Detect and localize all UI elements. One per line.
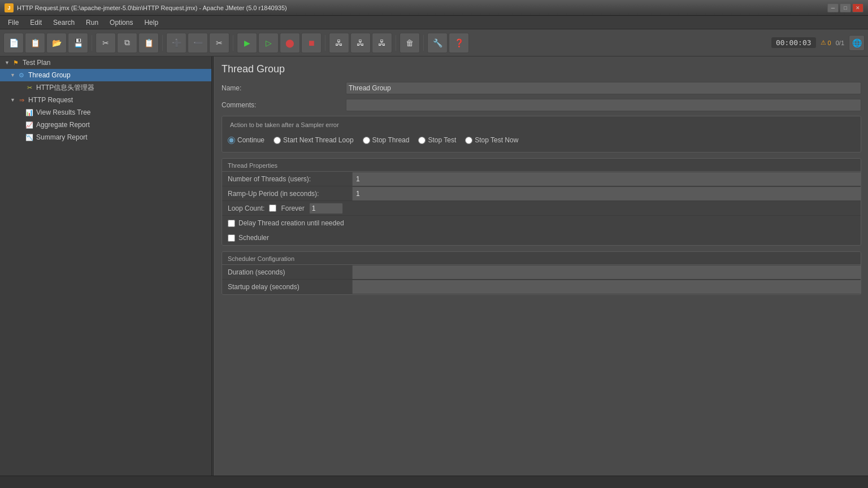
forever-label: Forever <box>281 204 304 212</box>
radio-continue[interactable]: Continue <box>228 136 264 144</box>
name-row: Name: <box>222 82 861 94</box>
scheduler-label: Scheduler <box>238 234 269 242</box>
tree-label-thread-group: Thread Group <box>28 71 71 79</box>
radio-stop-test-now-label: Stop Test Now <box>475 136 518 144</box>
warning-icon: ⚠ <box>821 39 826 46</box>
summary-icon: 📉 <box>25 133 34 142</box>
duration-input[interactable] <box>352 265 861 279</box>
delay-thread-checkbox[interactable] <box>228 220 235 227</box>
tree-label-http-header: HTTP信息头管理器 <box>36 83 94 93</box>
minimize-button[interactable]: ─ <box>827 3 839 12</box>
radio-stop-thread[interactable]: Stop Thread <box>363 136 410 144</box>
timer-display: 00:00:03 <box>771 37 816 48</box>
remote-exit-button[interactable]: 🖧 <box>372 33 392 53</box>
radio-stop-test-now[interactable]: Stop Test Now <box>465 136 518 144</box>
radio-start-next-input[interactable] <box>274 137 281 144</box>
testplan-icon: ⚑ <box>11 58 20 67</box>
tree-item-summary-report[interactable]: 📉 Summary Report <box>0 131 211 143</box>
loop-count-input[interactable] <box>309 203 343 214</box>
clear-button[interactable]: ✂ <box>209 33 229 53</box>
delay-thread-label: Delay Thread creation until needed <box>238 219 344 227</box>
startup-delay-input[interactable] <box>352 280 861 294</box>
comments-input[interactable] <box>346 99 861 111</box>
open-button[interactable]: 📂 <box>46 33 67 53</box>
comments-row: Comments: <box>222 99 861 111</box>
name-input[interactable] <box>346 82 861 94</box>
menu-options[interactable]: Options <box>104 18 138 28</box>
radio-continue-input[interactable] <box>228 137 235 144</box>
comments-label: Comments: <box>222 101 346 109</box>
radio-stop-test-label: Stop Test <box>428 136 456 144</box>
remove-button[interactable]: ➖ <box>188 33 208 53</box>
start-button[interactable]: ▶ <box>237 33 257 53</box>
maximize-button[interactable]: □ <box>840 3 851 12</box>
tree-item-view-results[interactable]: 📊 View Results Tree <box>0 106 211 119</box>
window-title: HTTP Request.jmx (E:\apache-jmeter-5.0\b… <box>17 5 827 11</box>
scheduler-row: Scheduler <box>222 230 861 245</box>
arrow-http-request: ▼ <box>10 97 16 103</box>
function-helper-button[interactable]: 🔧 <box>427 33 448 53</box>
tree-label-test-plan: Test Plan <box>23 59 50 67</box>
forever-checkbox[interactable] <box>269 204 276 212</box>
radio-stop-test-input[interactable] <box>418 137 426 144</box>
title-bar: J HTTP Request.jmx (E:\apache-jmeter-5.0… <box>0 0 868 16</box>
delay-thread-row: Delay Thread creation until needed <box>222 216 861 230</box>
new-button[interactable]: 📄 <box>3 33 24 53</box>
startup-delay-label: Startup delay (seconds) <box>222 283 352 291</box>
app-icon: J <box>5 3 14 12</box>
menu-run[interactable]: Run <box>80 18 104 28</box>
separator-1 <box>92 35 92 51</box>
scheduler-checkbox[interactable] <box>228 234 235 242</box>
remote-start-button[interactable]: 🖧 <box>329 33 349 53</box>
tree-item-http-header[interactable]: ✂ HTTP信息头管理器 <box>0 81 211 94</box>
right-panel: Thread Group Name: Comments: Action to b… <box>215 56 868 476</box>
name-label: Name: <box>222 84 346 92</box>
num-threads-input[interactable] <box>352 172 861 186</box>
radio-stop-test-now-input[interactable] <box>465 137 472 144</box>
templates-button[interactable]: 📋 <box>25 33 45 53</box>
help-button[interactable]: ❓ <box>449 33 469 53</box>
toolbar-status: 00:00:03 ⚠ 0 0/1 🌐 <box>771 35 865 51</box>
stop-button[interactable]: ⬤ <box>280 33 300 53</box>
close-button[interactable]: ✕ <box>852 3 863 12</box>
ramp-up-label: Ramp-Up Period (in seconds): <box>222 190 352 198</box>
tree-label-view-results: View Results Tree <box>36 108 91 116</box>
ramp-up-input[interactable] <box>352 187 861 201</box>
httpheader-icon: ✂ <box>25 83 34 92</box>
save-button[interactable]: 💾 <box>68 33 88 53</box>
tree-item-test-plan[interactable]: ▼ ⚑ Test Plan <box>0 56 211 69</box>
radio-stop-thread-label: Stop Thread <box>372 136 410 144</box>
ramp-up-row: Ramp-Up Period (in seconds): <box>222 186 861 201</box>
remote-connections-button[interactable]: 🌐 <box>849 35 865 51</box>
radio-stop-thread-input[interactable] <box>363 137 370 144</box>
stop-graceful-button[interactable]: ⏹ <box>301 33 322 53</box>
radio-start-next[interactable]: Start Next Thread Loop <box>274 136 354 144</box>
menu-file[interactable]: File <box>2 18 24 28</box>
duration-row: Duration (seconds) <box>222 265 861 280</box>
remote-stop-button[interactable]: 🖧 <box>350 33 371 53</box>
separator-5 <box>396 35 396 51</box>
tree-item-aggregate-report[interactable]: 📈 Aggregate Report <box>0 119 211 131</box>
radio-start-next-label: Start Next Thread Loop <box>283 136 354 144</box>
tree-label-http-request: HTTP Request <box>28 96 73 104</box>
radio-stop-test[interactable]: Stop Test <box>418 136 456 144</box>
separator-2 <box>162 35 163 51</box>
menu-search[interactable]: Search <box>47 18 80 28</box>
menu-help[interactable]: Help <box>138 18 164 28</box>
tree-item-http-request[interactable]: ▼ ⇒ HTTP Request <box>0 94 211 106</box>
status-bar <box>0 476 868 488</box>
paste-button[interactable]: 📋 <box>138 33 159 53</box>
scheduler-config-section: Scheduler Configuration Duration (second… <box>222 251 861 295</box>
start-no-pause-button[interactable]: ▷ <box>258 33 279 53</box>
cut-button[interactable]: ✂ <box>96 33 116 53</box>
clear-all-button[interactable]: 🗑 <box>400 33 420 53</box>
tree-panel: ▼ ⚑ Test Plan ▼ ⚙ Thread Group ✂ HTTP信息头… <box>0 56 212 476</box>
tree-label-aggregate-report: Aggregate Report <box>36 121 90 129</box>
scheduler-config-title: Scheduler Configuration <box>222 252 861 265</box>
add-button[interactable]: ➕ <box>166 33 186 53</box>
copy-button[interactable]: ⧉ <box>117 33 137 53</box>
tree-item-thread-group[interactable]: ▼ ⚙ Thread Group <box>0 69 211 81</box>
menu-edit[interactable]: Edit <box>24 18 47 28</box>
separator-3 <box>233 35 233 51</box>
arrow-thread-group: ▼ <box>10 72 16 78</box>
